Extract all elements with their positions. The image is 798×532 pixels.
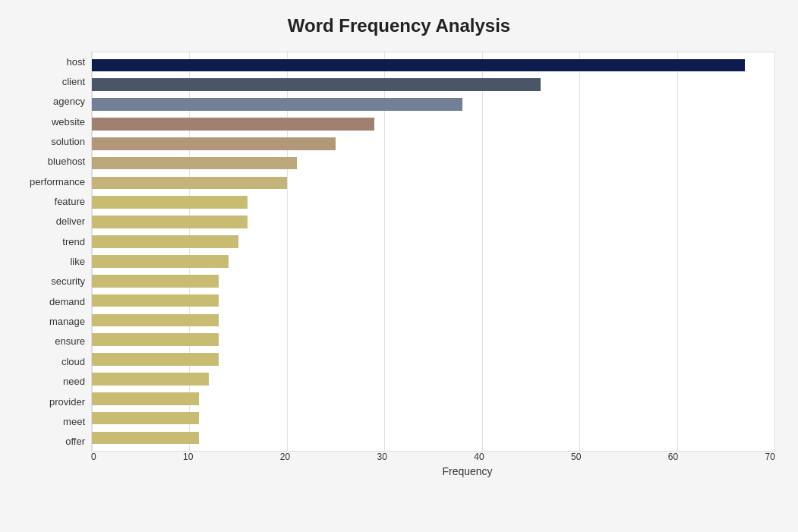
y-label-manage: manage [49,316,85,326]
bar-like [92,255,229,268]
bar-meet [92,412,199,425]
bar-row-client [92,75,774,95]
bar-row-security [92,271,774,291]
bar-row-ensure [92,330,774,350]
x-label-60: 60 [668,452,678,462]
y-label-feature: feature [55,197,85,206]
x-label-50: 50 [571,452,581,462]
y-label-meet: meet [63,417,85,427]
bar-row-bluehost [92,153,774,173]
y-label-website: website [52,117,85,127]
bar-feature [92,196,248,209]
bar-trend [92,235,238,248]
bar-agency [92,98,462,111]
y-label-like: like [70,257,85,266]
bar-row-like [92,251,774,271]
bar-row-need [92,370,774,389]
bar-demand [92,294,219,307]
grid-line-70 [774,52,775,451]
bar-row-offer [92,428,774,448]
bar-row-feature [92,193,774,212]
bar-row-performance [92,173,774,193]
bar-row-meet [92,408,774,428]
bar-row-agency [92,95,774,115]
bars-and-grid [91,52,775,452]
bar-row-trend [92,232,774,252]
bar-performance [92,177,287,190]
bars-container [92,52,774,451]
x-axis-wrapper: 010203040506070 Frequency [91,452,775,477]
bar-row-deliver [92,212,774,232]
bar-offer [92,432,199,445]
y-label-host: host [66,57,85,67]
y-label-need: need [63,376,85,386]
y-label-offer: offer [65,436,85,446]
bar-row-host [92,55,774,75]
bar-host [92,59,745,72]
bar-row-manage [92,310,774,330]
x-label-10: 10 [183,452,193,462]
bar-provider [92,392,199,405]
bar-row-demand [92,291,774,310]
y-label-security: security [51,276,85,286]
bar-bluehost [92,157,297,170]
x-label-40: 40 [474,452,484,462]
y-label-ensure: ensure [55,336,85,346]
y-label-trend: trend [62,237,85,247]
bar-ensure [92,333,219,346]
chart-container: Word Frequency Analysis hostclientagency… [0,0,798,532]
y-label-bluehost: bluehost [48,156,85,166]
bar-cloud [92,353,219,366]
plot-area: hostclientagencywebsitesolutionbluehostp… [23,52,775,452]
chart-title: Word Frequency Analysis [23,15,775,36]
x-label-20: 20 [280,452,290,462]
y-label-performance: performance [30,177,85,187]
bar-client [92,78,541,91]
bar-solution [92,137,336,150]
bar-need [92,373,209,386]
y-label-solution: solution [51,137,85,146]
bar-row-provider [92,389,774,408]
x-label-30: 30 [377,452,387,462]
bar-manage [92,314,219,327]
chart-area: hostclientagencywebsitesolutionbluehostp… [23,52,775,477]
y-label-deliver: deliver [56,216,85,226]
bar-row-cloud [92,350,774,370]
x-axis-label: Frequency [159,465,775,477]
y-label-client: client [62,77,85,87]
x-label-70: 70 [765,452,775,462]
y-label-agency: agency [53,96,85,106]
y-label-provider: provider [49,397,85,407]
bar-row-solution [92,134,774,153]
x-label-0: 0 [91,452,96,462]
y-labels: hostclientagencywebsitesolutionbluehostp… [23,52,91,452]
x-labels-row: 010203040506070 [91,452,775,462]
y-label-cloud: cloud [62,357,85,367]
y-label-demand: demand [49,297,85,307]
bar-website [92,118,374,131]
bar-security [92,275,219,288]
bar-row-website [92,115,774,134]
bar-deliver [92,216,248,228]
